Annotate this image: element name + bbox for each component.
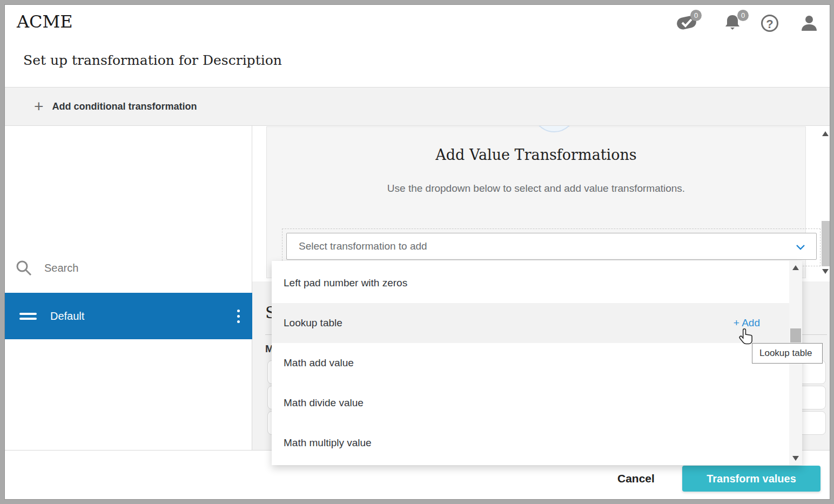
add-lookup-table-link[interactable]: + Add [734, 317, 760, 329]
person-icon [798, 12, 820, 34]
profile-icon[interactable] [798, 12, 822, 36]
content-top-pane: Add Value Transformations Use the dropdo… [252, 126, 820, 281]
approvals-badge: 0 [690, 10, 702, 21]
panel-title: Add Value Transformations [267, 146, 805, 163]
cancel-button[interactable]: Cancel [604, 466, 668, 492]
option-left-pad[interactable]: Left pad number with zeros [272, 263, 789, 303]
question-mark-icon: ? [761, 15, 778, 32]
option-math-divide[interactable]: Math divide value [272, 383, 789, 423]
help-icon[interactable]: ? [761, 15, 785, 38]
brand-logo: ACME [17, 11, 73, 32]
search-icon [15, 259, 32, 277]
select-placeholder: Select transformation to add [299, 240, 427, 252]
scroll-down-arrow-icon[interactable] [792, 456, 799, 461]
page-title: Set up transformation for Description [23, 52, 282, 68]
scrollbar-thumb[interactable] [822, 221, 830, 266]
add-conditional-label: Add conditional transformation [52, 101, 197, 112]
pane-scrollbar[interactable] [820, 128, 830, 277]
option-math-add[interactable]: Math add value [272, 343, 789, 383]
sidebar-item-default[interactable]: Default [5, 293, 252, 339]
clipped-circle-icon [533, 126, 576, 132]
kebab-menu-icon[interactable] [232, 305, 245, 327]
scroll-down-arrow-icon[interactable] [822, 269, 829, 274]
option-lookup-table[interactable]: Lookup table + Add [272, 303, 802, 343]
approvals-icon[interactable]: 0 [675, 12, 698, 36]
option-math-multiply[interactable]: Math multiply value [272, 423, 789, 463]
app-header: ACME Set up transformation for Descripti… [5, 5, 830, 87]
panel-description: Use the dropdown below to select and add… [267, 183, 805, 194]
transformation-select[interactable]: Select transformation to add [286, 233, 817, 260]
sidebar-item-label: Default [50, 310, 84, 322]
search-row [15, 254, 242, 281]
transform-values-button[interactable]: Transform values [682, 466, 820, 492]
tooltip: Lookup table [752, 343, 823, 364]
scroll-up-arrow-icon[interactable] [822, 131, 829, 136]
drag-handle-icon[interactable] [19, 310, 37, 322]
scroll-up-arrow-icon[interactable] [792, 265, 799, 270]
sidebar: Default [5, 126, 252, 450]
mouse-cursor-icon [738, 328, 755, 350]
app-window: ACME Set up transformation for Descripti… [4, 4, 830, 500]
conditional-toolbar: + Add conditional transformation [5, 87, 830, 126]
notifications-badge: 0 [737, 10, 749, 21]
transformation-dropdown-list: Left pad number with zeros Lookup table … [272, 261, 802, 465]
plus-icon: + [34, 98, 44, 115]
notifications-icon[interactable]: 0 [722, 12, 745, 36]
chevron-down-icon [796, 244, 805, 250]
add-conditional-transformation-button[interactable]: + Add conditional transformation [34, 88, 197, 125]
search-input[interactable] [44, 262, 223, 274]
add-value-transformations-card: Add Value Transformations Use the dropdo… [266, 126, 806, 278]
scrollbar-thumb[interactable] [790, 328, 801, 342]
